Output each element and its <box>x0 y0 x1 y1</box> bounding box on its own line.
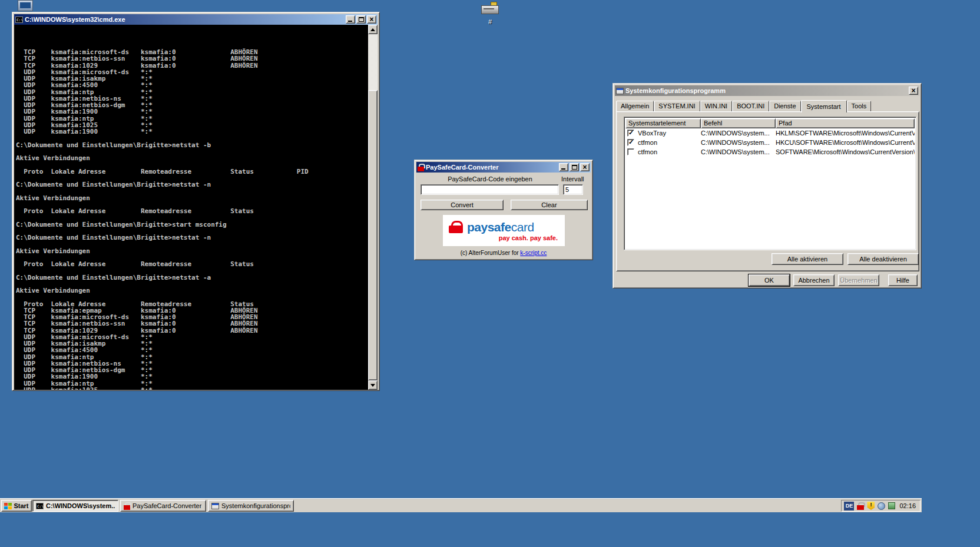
tray-app-icon[interactable] <box>888 502 895 509</box>
taskbar-task-cmd[interactable]: C:\ C:\WINDOWS\system... <box>32 500 118 512</box>
lock-icon <box>124 502 130 510</box>
terminal-line <box>16 267 368 274</box>
cmd-titlebar[interactable]: C:\ C:\WINDOWS\system32\cmd.exe × <box>14 14 378 25</box>
cancel-button[interactable]: Abbrechen <box>793 274 835 286</box>
terminal-line: Aktive Verbindungen <box>16 287 368 294</box>
desktop-icon-label: # <box>475 18 505 25</box>
terminal-line: Proto Lokale Adresse Remoteadresse Statu… <box>16 261 368 267</box>
minimize-button[interactable] <box>559 163 568 171</box>
close-icon: × <box>911 88 915 94</box>
msconfig-titlebar[interactable]: Systemkonfigurationsprogramm × <box>615 85 919 96</box>
terminal-line: Aktive Verbindungen <box>16 195 368 201</box>
close-icon: × <box>582 164 587 170</box>
enable-all-button[interactable]: Alle aktivieren <box>772 253 843 265</box>
taskbar-task-paysafecard[interactable]: PaySafeCard-Converter <box>120 500 206 512</box>
cmd-scrollbar[interactable] <box>368 25 378 390</box>
startup-item-path: SOFTWARE\Microsoft\Windows\CurrentVersio… <box>776 148 915 155</box>
scrollbar-track[interactable] <box>368 34 378 380</box>
startup-item-command: C:\WINDOWS\system... <box>701 148 776 155</box>
close-button[interactable]: × <box>580 163 590 171</box>
startup-checkbox[interactable] <box>627 148 634 155</box>
startup-item-name: ctfmon <box>638 139 657 146</box>
maximize-button[interactable] <box>356 15 366 24</box>
terminal-line: C:\Dokumente und Einstellungen\Brigitte>… <box>16 221 368 228</box>
ok-button[interactable]: OK <box>749 274 790 286</box>
msconfig-tab[interactable]: Tools <box>847 101 872 111</box>
startup-row[interactable]: ctfmon C:\WINDOWS\system... SOFTWARE\Mic… <box>625 147 915 157</box>
terminal-output[interactable]: TCP ksmafia:microsoft-ds ksmafia:0 ABHÖR… <box>14 25 368 390</box>
scrollbar-thumb[interactable] <box>368 90 378 380</box>
column-header-systemstartelement[interactable]: Systemstartelement <box>625 118 701 128</box>
systemstart-tab-panel: Systemstartelement Befehl Pfad VBoxTray … <box>616 111 919 271</box>
terminal-line: C:\Dokumente und Einstellungen\Brigitte>… <box>16 234 368 241</box>
msconfig-window-title: Systemkonfigurationsprogramm <box>625 87 907 94</box>
startup-items-list: Systemstartelement Befehl Pfad VBoxTray … <box>624 117 916 250</box>
code-input-label: PaySafeCard-Code eingeben <box>421 175 559 183</box>
paysafecard-window-title: PaySafeCard-Converter <box>426 164 557 171</box>
paysafecard-titlebar[interactable]: PaySafeCard-Converter × <box>416 162 591 173</box>
tray-network-icon[interactable] <box>878 502 885 510</box>
paysafecard-converter-window: PaySafeCard-Converter × PaySafeCard-Code… <box>414 160 593 260</box>
terminal-line <box>16 161 368 168</box>
msconfig-tab[interactable]: WIN.INI <box>700 101 733 111</box>
startup-checkbox[interactable] <box>627 139 634 146</box>
startup-row[interactable]: ctfmon C:\WINDOWS\system... HKCU\SOFTWAR… <box>625 138 915 147</box>
paysafecard-body: PaySafeCard-Code eingeben Intervall Conv… <box>416 173 591 259</box>
terminal-line: C:\Dokumente und Einstellungen\Brigitte>… <box>16 181 368 188</box>
apply-button[interactable]: Übernehmen <box>838 274 879 286</box>
credit-text: (c) AlterForumUser for <box>461 250 521 256</box>
close-button[interactable]: × <box>909 87 918 95</box>
terminal-body: TCP ksmafia:microsoft-ds ksmafia:0 ABHÖR… <box>14 25 378 390</box>
cmd-window-title: C:\WINDOWS\system32\cmd.exe <box>25 16 344 23</box>
credit-line: (c) AlterForumUser for k-script.cc <box>416 250 591 256</box>
lock-icon <box>418 164 424 171</box>
terminal-line: Proto Lokale Adresse Remoteadresse Statu… <box>16 168 368 175</box>
startup-item-command: C:\WINDOWS\system... <box>701 130 776 137</box>
disable-all-button[interactable]: Alle deaktivieren <box>847 253 919 265</box>
startup-checkbox[interactable] <box>627 130 634 137</box>
language-indicator[interactable]: DE <box>844 502 854 510</box>
msconfig-tab[interactable]: Systemstart <box>801 100 847 112</box>
taskbar-clock[interactable]: 02:16 <box>899 502 916 509</box>
startup-item-path: HKLM\SOFTWARE\Microsoft\Windows\CurrentV… <box>776 130 915 137</box>
msconfig-tab[interactable]: SYSTEM.INI <box>654 101 700 111</box>
partially-hidden-desktop-icon[interactable] <box>18 0 33 11</box>
interval-input[interactable] <box>563 184 583 195</box>
paysafecard-lock-icon <box>449 221 463 233</box>
column-header-befehl[interactable]: Befehl <box>701 118 776 128</box>
terminal-line: UDP ksmafia:1025 *:* <box>16 387 368 390</box>
close-button[interactable]: × <box>367 15 376 24</box>
column-header-pfad[interactable]: Pfad <box>776 118 915 128</box>
scroll-up-icon <box>370 28 375 31</box>
credit-link[interactable]: k-script.cc <box>520 250 547 256</box>
maximize-icon <box>572 165 577 170</box>
convert-button[interactable]: Convert <box>421 200 504 210</box>
task-label: Systemkonfigurationspro... <box>221 502 290 509</box>
desktop-icon-hash[interactable]: # <box>475 1 505 25</box>
tray-lock-icon[interactable] <box>857 502 864 510</box>
minimize-icon <box>561 168 565 170</box>
msconfig-tab[interactable]: Dienste <box>769 101 800 111</box>
taskbar-task-msconfig[interactable]: Systemkonfigurationspro... <box>208 500 294 512</box>
help-button[interactable]: Hilfe <box>888 274 918 286</box>
scroll-down-icon <box>370 384 375 387</box>
scroll-down-button[interactable] <box>368 380 378 390</box>
task-label: C:\WINDOWS\system... <box>46 502 115 509</box>
code-input[interactable] <box>421 184 559 195</box>
security-alert-icon[interactable]: ! <box>867 502 875 510</box>
minimize-button[interactable] <box>346 15 355 24</box>
start-button[interactable]: Start <box>1 500 32 512</box>
msconfig-tab[interactable]: BOOT.INI <box>732 101 769 111</box>
paysafecard-tagline: pay cash. pay safe. <box>499 234 558 241</box>
startup-row[interactable]: VBoxTray C:\WINDOWS\system... HKLM\SOFTW… <box>625 128 915 138</box>
maximize-button[interactable] <box>570 163 579 171</box>
terminal-line: Aktive Verbindungen <box>16 155 368 161</box>
clear-button[interactable]: Clear <box>511 200 588 210</box>
cmd-icon: C:\ <box>36 503 44 509</box>
msconfig-icon <box>211 503 219 509</box>
terminal-line <box>16 135 368 141</box>
minimize-icon <box>348 21 352 22</box>
scroll-up-button[interactable] <box>368 25 378 34</box>
terminal-line: C:\Dokumente und Einstellungen\Brigitte>… <box>16 274 368 281</box>
msconfig-tab[interactable]: Allgemein <box>616 101 654 111</box>
